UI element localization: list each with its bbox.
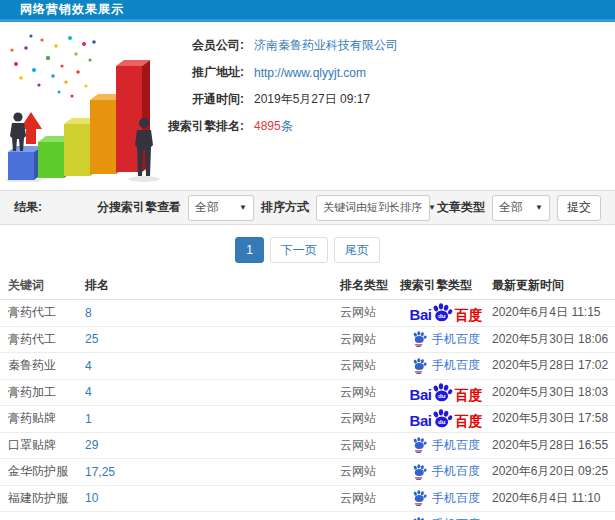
baidu-mobile-logo: 手机百度 (412, 437, 480, 454)
engine-filter-select[interactable]: 全部 ▼ (188, 195, 254, 221)
bar-chart-illustration (4, 30, 172, 182)
table-row: 膏药贴牌 1 云网站 Baidu百度 2020年5月30日 17:58 (0, 406, 615, 433)
baidu-mobile-label: 手机百度 (432, 463, 480, 480)
baidu-mobile-logo: 手机百度 (412, 516, 480, 520)
article-type-value: 全部 (499, 199, 523, 216)
company-value[interactable]: 济南秦鲁药业科技有限公司 (254, 37, 398, 54)
baidu-mobile-label: 手机百度 (432, 490, 480, 507)
engine-cell: Baidu百度 (400, 409, 492, 428)
engine-cell: 手机百度 (400, 437, 492, 454)
info-row-url: 推广地址: http://www.qlyyjt.com (152, 59, 398, 86)
mobile-baidu-icon (412, 437, 427, 453)
header-keyword: 关键词 (8, 277, 85, 294)
promo-url-label: 推广地址: (152, 64, 244, 81)
baidu-pc-logo: Baidu百度 (410, 383, 483, 402)
engine-filter-value: 全部 (195, 199, 219, 216)
table-header-row: 关键词 排名 排名类型 搜索引擎类型 最新更新时间 (0, 272, 615, 300)
rank-count-number: 4895 (254, 119, 281, 133)
engine-filter-label: 分搜索引擎查看 (97, 199, 181, 216)
rank-link[interactable]: 8 (85, 306, 340, 320)
table-row: 福建防护服 10 云网站 手机百度 2020年6月4日 11:10 (0, 486, 615, 513)
baidu-paw-icon: du (431, 383, 453, 402)
header-update-time: 最新更新时间 (492, 277, 615, 294)
baidu-mobile-logo: 手机百度 (412, 357, 480, 374)
keyword-cell: 膏药加工 (8, 384, 85, 401)
mobile-baidu-icon (412, 490, 427, 506)
mobile-baidu-icon (412, 464, 427, 480)
info-row-company: 会员公司: 济南秦鲁药业科技有限公司 (152, 32, 398, 59)
pagination: 1 下一页 尾页 (0, 237, 615, 263)
chevron-down-icon: ▼ (239, 203, 247, 212)
engine-cell: 手机百度 (400, 516, 492, 520)
mobile-baidu-icon (412, 331, 427, 347)
rank-link[interactable]: 17,25 (85, 465, 340, 479)
header-rank: 排名 (85, 277, 340, 294)
article-type-label: 文章类型 (437, 199, 485, 216)
baidu-mobile-label: 手机百度 (432, 437, 480, 454)
rank-link[interactable]: 10 (85, 491, 340, 505)
businessman-left (10, 112, 26, 151)
update-time-cell: 2020年5月28日 17:02 (492, 357, 615, 374)
keyword-cell: 秦鲁药业 (8, 357, 85, 374)
rank-link[interactable]: 25 (85, 332, 340, 346)
rank-type-cell: 云网站 (340, 384, 400, 401)
filter-bar: 结果: 分搜索引擎查看 全部 ▼ 排序方式 关键词由短到长排序 ▼ 文章类型 全… (0, 190, 615, 225)
article-type-select[interactable]: 全部 ▼ (492, 195, 550, 221)
update-time-cell: 2020年5月30日 17:58 (492, 410, 615, 427)
last-page-button[interactable]: 尾页 (334, 237, 380, 263)
results-table: 关键词 排名 排名类型 搜索引擎类型 最新更新时间 膏药代工 8 云网站 Bai… (0, 272, 615, 520)
filter-controls: 分搜索引擎查看 全部 ▼ 排序方式 关键词由短到长排序 ▼ 文章类型 全部 ▼ … (97, 195, 601, 221)
table-body: 膏药代工 8 云网站 Baidu百度 2020年6月4日 11:15 膏药代工 … (0, 300, 615, 520)
engine-cell: Baidu百度 (400, 383, 492, 402)
rank-link[interactable]: 29 (85, 438, 340, 452)
baidu-mobile-label: 手机百度 (432, 516, 480, 520)
svg-text:du: du (438, 313, 446, 320)
page-button-current[interactable]: 1 (235, 237, 264, 263)
member-info-panel: 会员公司: 济南秦鲁药业科技有限公司 推广地址: http://www.qlyy… (152, 32, 398, 140)
chevron-down-icon: ▼ (428, 203, 436, 212)
svg-text:du: du (438, 392, 446, 399)
sort-label: 排序方式 (261, 199, 309, 216)
table-row: 膏药代工 8 云网站 Baidu百度 2020年6月4日 11:15 (0, 300, 615, 327)
table-row: 手机百度 (0, 512, 615, 520)
chevron-down-icon: ▼ (535, 203, 543, 212)
engine-cell: Baidu百度 (400, 303, 492, 322)
svg-text:du: du (438, 419, 446, 426)
next-page-button[interactable]: 下一页 (270, 237, 328, 263)
rank-link[interactable]: 1 (85, 412, 340, 426)
keyword-cell: 膏药代工 (8, 304, 85, 321)
company-label: 会员公司: (152, 37, 244, 54)
submit-button[interactable]: 提交 (557, 195, 601, 221)
bar-blue (8, 146, 42, 180)
keyword-cell: 口罩贴牌 (8, 437, 85, 454)
baidu-mobile-logo: 手机百度 (412, 331, 480, 348)
rank-count-value: 4895条 (254, 118, 293, 135)
table-row: 秦鲁药业 4 云网站 手机百度 2020年5月28日 17:02 (0, 353, 615, 380)
baidu-mobile-label: 手机百度 (432, 331, 480, 348)
table-row: 金华防护服 17,25 云网站 手机百度 2020年6月20日 09:25 (0, 459, 615, 486)
sort-value: 关键词由短到长排序 (323, 200, 422, 215)
rank-link[interactable]: 4 (85, 359, 340, 373)
promo-url-link[interactable]: http://www.qlyyjt.com (254, 66, 366, 80)
header-rank-type: 排名类型 (340, 277, 400, 294)
update-time-cell: 2020年5月30日 18:06 (492, 331, 615, 348)
engine-cell: 手机百度 (400, 357, 492, 374)
confetti-dots (10, 34, 95, 97)
rank-type-cell: 云网站 (340, 410, 400, 427)
keyword-cell: 膏药代工 (8, 331, 85, 348)
rank-link[interactable]: 4 (85, 385, 340, 399)
baidu-mobile-label: 手机百度 (432, 357, 480, 374)
keyword-cell: 膏药贴牌 (8, 410, 85, 427)
update-time-cell: 2020年5月28日 16:55 (492, 437, 615, 454)
baidu-pc-logo: Baidu百度 (410, 409, 483, 428)
mobile-baidu-icon (412, 358, 427, 374)
keyword-cell: 福建防护服 (8, 490, 85, 507)
update-time-cell: 2020年5月30日 18:03 (492, 384, 615, 401)
sort-select[interactable]: 关键词由短到长排序 ▼ (316, 195, 430, 221)
baidu-paw-icon: du (431, 303, 453, 322)
table-row: 膏药代工 25 云网站 手机百度 2020年5月30日 18:06 (0, 327, 615, 354)
engine-cell: 手机百度 (400, 331, 492, 348)
title-bar: 网络营销效果展示 (0, 0, 615, 22)
baidu-paw-icon: du (431, 409, 453, 428)
page-title: 网络营销效果展示 (20, 1, 124, 18)
